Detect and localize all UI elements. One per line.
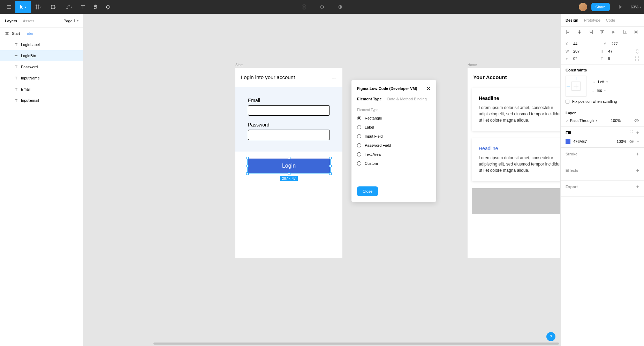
right-panel: Design Prototype Code X44 Y277 W287 H47 bbox=[560, 14, 644, 346]
blend-mode-select[interactable]: ○ Pass Through ▾ bbox=[566, 118, 597, 123]
canvas[interactable]: Start Home Login into your account → Ema… bbox=[84, 14, 560, 346]
handle-bm[interactable] bbox=[288, 172, 290, 175]
tab-code[interactable]: Code bbox=[606, 18, 615, 22]
remove-fill-icon[interactable]: − bbox=[637, 139, 639, 144]
eye-icon[interactable] bbox=[634, 119, 639, 122]
modal-close-icon[interactable]: ✕ bbox=[426, 86, 431, 91]
svg-point-6 bbox=[630, 130, 630, 131]
radio-icon bbox=[357, 152, 361, 156]
radio-password-field[interactable]: Password Field bbox=[357, 143, 431, 147]
radio-text-area[interactable]: Text Area bbox=[357, 152, 431, 156]
frame-label-start[interactable]: Start bbox=[235, 63, 243, 67]
layer-input-name[interactable]: InputName bbox=[0, 72, 83, 84]
fill-title: Fill bbox=[566, 131, 571, 135]
frame-start[interactable]: Login into your account → Email Password… bbox=[235, 68, 342, 258]
mask-tool[interactable] bbox=[316, 1, 328, 13]
handle-tm[interactable] bbox=[288, 157, 290, 159]
user-avatar[interactable] bbox=[579, 3, 587, 11]
eye-icon[interactable] bbox=[629, 140, 634, 143]
fill-swatch[interactable] bbox=[566, 139, 570, 144]
constraint-v-select[interactable]: ↕Top▾ bbox=[592, 88, 639, 92]
y-value[interactable]: 277 bbox=[612, 42, 632, 46]
constraints-widget[interactable] bbox=[566, 76, 586, 97]
radio-input-field[interactable]: Input Field bbox=[357, 134, 431, 138]
handle-br[interactable] bbox=[329, 172, 332, 175]
handle-bl[interactable] bbox=[246, 172, 249, 175]
layer-input-email[interactable]: InputEmail bbox=[0, 95, 83, 106]
radius-value[interactable]: 6 bbox=[608, 56, 629, 61]
page-selector[interactable]: Page 1 ▾ bbox=[63, 19, 78, 23]
handle-lm[interactable] bbox=[246, 165, 249, 167]
x-label: X bbox=[566, 42, 570, 46]
stroke-section: Stroke + bbox=[561, 148, 644, 164]
hand-tool[interactable] bbox=[89, 1, 102, 13]
fix-position-row[interactable]: Fix position when scrolling bbox=[566, 99, 639, 103]
w-value[interactable]: 287 bbox=[573, 49, 594, 53]
constraint-h-select[interactable]: ↔Left▾ bbox=[592, 80, 639, 84]
corners-icon[interactable] bbox=[635, 56, 639, 61]
align-left-icon[interactable] bbox=[566, 30, 571, 35]
help-button[interactable]: ? bbox=[546, 332, 555, 341]
chevron-down-icon: ▾ bbox=[77, 19, 78, 22]
shape-tool[interactable]: ▾ bbox=[46, 1, 61, 13]
effects-title: Effects bbox=[566, 168, 578, 172]
login-button[interactable]: Login 287 × 47 bbox=[248, 159, 330, 173]
layer-password[interactable]: Password bbox=[0, 61, 83, 72]
add-export-icon[interactable]: + bbox=[636, 184, 639, 190]
align-top-icon[interactable] bbox=[600, 30, 605, 35]
rotation-value[interactable]: 0° bbox=[573, 56, 594, 61]
handle-tr[interactable] bbox=[329, 157, 332, 159]
tab-prototype[interactable]: Prototype bbox=[584, 18, 600, 22]
fill-opacity[interactable]: 100% bbox=[616, 139, 626, 144]
tab-design[interactable]: Design bbox=[566, 18, 578, 22]
frame-tool[interactable]: ▾ bbox=[31, 1, 46, 13]
email-input[interactable] bbox=[248, 105, 330, 116]
radio-label[interactable]: Label bbox=[357, 125, 431, 129]
tab-layers[interactable]: Layers bbox=[5, 19, 17, 23]
share-button[interactable]: Share bbox=[591, 3, 610, 11]
align-vcenter-icon[interactable] bbox=[611, 30, 616, 35]
align-right-icon[interactable] bbox=[588, 30, 594, 35]
present-button[interactable] bbox=[614, 1, 627, 13]
radio-label: Text Area bbox=[365, 152, 381, 156]
modal-tab-element-type[interactable]: Element Type bbox=[357, 97, 382, 101]
radio-rectangle[interactable]: Rectangle bbox=[357, 116, 431, 120]
h-value[interactable]: 47 bbox=[608, 49, 629, 53]
modal-tab-binding[interactable]: Data & Method Binding bbox=[387, 97, 427, 101]
h-label: H bbox=[601, 49, 606, 53]
password-input[interactable] bbox=[248, 130, 330, 140]
tab-assets[interactable]: Assets bbox=[23, 19, 34, 23]
align-hcenter-icon[interactable] bbox=[577, 30, 583, 35]
comment-tool[interactable] bbox=[102, 1, 114, 13]
layer-opacity[interactable]: 100% bbox=[611, 118, 621, 123]
modal-close-button[interactable]: Close bbox=[357, 186, 378, 196]
zoom-control[interactable]: 63% ▾ bbox=[631, 5, 641, 9]
add-effect-icon[interactable]: + bbox=[636, 168, 639, 173]
radio-custom[interactable]: Custom bbox=[357, 161, 431, 166]
frame-label-home[interactable]: Home bbox=[468, 63, 477, 67]
handle-tl[interactable] bbox=[246, 157, 249, 159]
align-bottom-icon[interactable] bbox=[622, 30, 628, 35]
pen-tool[interactable]: ▾ bbox=[61, 1, 77, 13]
text-tool[interactable] bbox=[77, 1, 89, 13]
distribute-icon[interactable] bbox=[634, 30, 639, 35]
move-tool[interactable]: ▾ bbox=[15, 1, 31, 13]
boolean-tool[interactable] bbox=[334, 1, 347, 13]
layer-start[interactable]: Start bbox=[0, 28, 25, 39]
frame-home[interactable]: Your Account Headline Lorem ipsum dolor … bbox=[468, 68, 560, 258]
component-tool[interactable] bbox=[298, 1, 310, 13]
add-fill-icon[interactable]: + bbox=[636, 130, 639, 136]
add-stroke-icon[interactable]: + bbox=[636, 151, 639, 157]
horizontal-scrollbar[interactable] bbox=[153, 343, 559, 345]
x-value[interactable]: 44 bbox=[573, 42, 594, 46]
layer-login-label[interactable]: LoginLabel bbox=[0, 39, 83, 50]
link-icon[interactable] bbox=[636, 49, 639, 54]
layer-login-btn[interactable]: LoginBtn bbox=[0, 50, 83, 61]
menu-button[interactable] bbox=[3, 1, 15, 13]
svg-rect-2 bbox=[302, 7, 305, 9]
handle-rm[interactable] bbox=[329, 165, 332, 167]
fill-hex[interactable]: 476AE7 bbox=[573, 139, 614, 144]
layer-email[interactable]: Email bbox=[0, 84, 83, 95]
styles-icon[interactable] bbox=[629, 130, 633, 136]
svg-point-10 bbox=[631, 141, 632, 142]
